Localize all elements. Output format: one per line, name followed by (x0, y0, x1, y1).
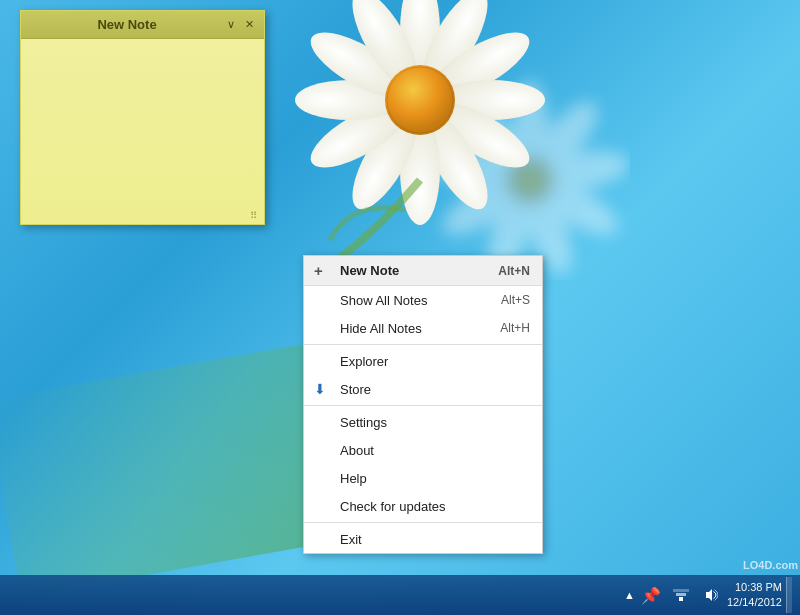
menu-label-check-updates: Check for updates (340, 499, 446, 514)
sticky-note-header: New Note ∨ ✕ (21, 11, 264, 39)
taskbar-clock[interactable]: 10:38 PM 12/14/2012 (727, 580, 782, 611)
taskbar-time-display: 10:38 PM (727, 580, 782, 595)
resize-handle[interactable]: ⠿ (250, 210, 260, 220)
svg-rect-25 (676, 593, 686, 596)
network-icon[interactable] (669, 583, 693, 607)
plus-icon: + (314, 262, 323, 279)
separator-3 (304, 522, 542, 523)
menu-item-hide-all[interactable]: Hide All Notes Alt+H (304, 314, 542, 342)
menu-label-about: About (340, 443, 374, 458)
menu-label-settings: Settings (340, 415, 387, 430)
show-hidden-icons[interactable]: ▲ (624, 589, 635, 601)
menu-label-hide-all: Hide All Notes (340, 321, 422, 336)
menu-label-store: Store (340, 382, 371, 397)
close-button[interactable]: ✕ (243, 18, 256, 31)
menu-label-explorer: Explorer (340, 354, 388, 369)
menu-item-new-note[interactable]: + New Note Alt+N (304, 256, 542, 286)
sticky-note-controls: ∨ ✕ (225, 18, 256, 31)
menu-item-about[interactable]: About (304, 436, 542, 464)
menu-item-explorer[interactable]: Explorer (304, 347, 542, 375)
sticky-notes-taskbar-icon[interactable]: 📌 (639, 583, 663, 607)
menu-item-exit[interactable]: Exit (304, 525, 542, 553)
svg-rect-26 (673, 589, 689, 592)
taskbar-system-icons: 📌 (639, 583, 723, 607)
store-download-icon: ⬇ (314, 381, 326, 397)
context-menu: + New Note Alt+N Show All Notes Alt+S Hi… (303, 255, 543, 554)
menu-label-show-all: Show All Notes (340, 293, 427, 308)
menu-label-help: Help (340, 471, 367, 486)
menu-item-help[interactable]: Help (304, 464, 542, 492)
sticky-note-title: New Note (29, 17, 225, 32)
menu-item-show-all[interactable]: Show All Notes Alt+S (304, 286, 542, 314)
sticky-note-body[interactable]: ⠿ (21, 39, 264, 224)
daisy-decoration (250, 0, 630, 280)
separator-1 (304, 344, 542, 345)
taskbar-notification-area[interactable]: ▲ (624, 589, 635, 601)
taskbar-date-display: 12/14/2012 (727, 595, 782, 610)
shortcut-new-note: Alt+N (498, 264, 530, 278)
minimize-button[interactable]: ∨ (225, 18, 237, 31)
menu-item-settings[interactable]: Settings (304, 408, 542, 436)
shortcut-hide-all: Alt+H (500, 321, 530, 335)
svg-point-22 (385, 65, 455, 135)
menu-label-new-note: New Note (340, 263, 399, 278)
taskbar: ▲ 📌 10:38 PM (0, 575, 800, 615)
logo-watermark: LO4D.com (743, 559, 798, 571)
svg-rect-24 (679, 597, 683, 601)
menu-label-exit: Exit (340, 532, 362, 547)
svg-marker-27 (706, 589, 712, 601)
menu-item-check-updates[interactable]: Check for updates (304, 492, 542, 520)
desktop-background: New Note ∨ ✕ ⠿ + New Note Alt+N Show All… (0, 0, 800, 615)
menu-item-store[interactable]: ⬇ Store (304, 375, 542, 403)
separator-2 (304, 405, 542, 406)
volume-icon[interactable] (699, 583, 723, 607)
shortcut-show-all: Alt+S (501, 293, 530, 307)
sticky-note: New Note ∨ ✕ ⠿ (20, 10, 265, 225)
show-desktop-button[interactable] (786, 577, 792, 613)
